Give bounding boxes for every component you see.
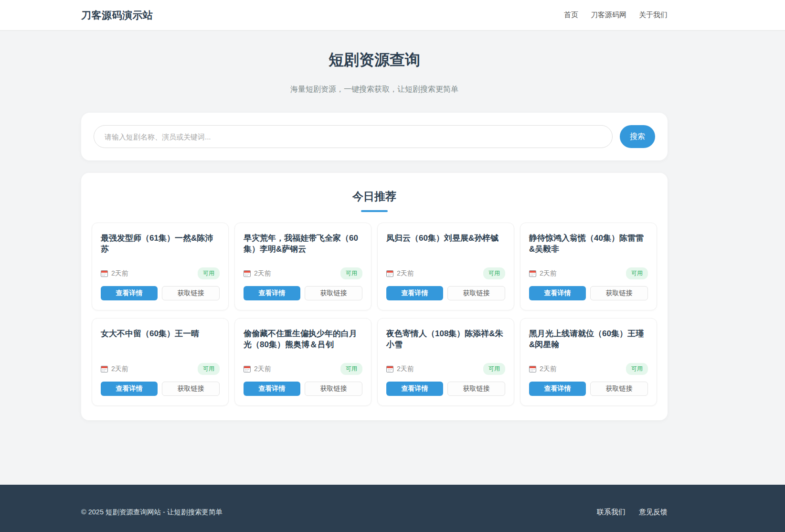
footer-link-feedback[interactable]: 意见反馈 xyxy=(639,508,668,517)
time-ago: 2天前 xyxy=(244,365,271,373)
status-badge: 可用 xyxy=(340,267,362,279)
drama-meta: 2天前 可用 xyxy=(244,354,362,375)
drama-card: 女大不中留（60集）王一晴 2天前 可用 查看详情 获取链接 xyxy=(92,318,229,406)
drama-title: 夜色寄情人（108集）陈添祥&朱小雪 xyxy=(386,328,505,350)
view-detail-button[interactable]: 查看详情 xyxy=(386,382,443,396)
drama-title: 旱灾荒年，我福娃带飞全家（60集）李明&萨钢云 xyxy=(244,233,362,255)
status-badge: 可用 xyxy=(198,363,220,375)
time-label: 2天前 xyxy=(540,269,557,278)
card-actions: 查看详情 获取链接 xyxy=(101,382,220,396)
drama-meta: 2天前 可用 xyxy=(529,354,648,375)
status-badge: 可用 xyxy=(198,267,220,279)
time-label: 2天前 xyxy=(397,365,414,373)
status-badge: 可用 xyxy=(626,363,648,375)
site-header: 刀客源码演示站 首页 刀客源码网 关于我们 xyxy=(0,0,785,31)
get-link-button[interactable]: 获取链接 xyxy=(305,286,362,300)
page-title: 短剧资源查询 xyxy=(81,50,668,71)
time-label: 2天前 xyxy=(111,365,128,373)
time-label: 2天前 xyxy=(254,269,271,278)
card-actions: 查看详情 获取链接 xyxy=(529,382,648,396)
drama-title: 最强发型师（61集）一然&陈沛苏 xyxy=(101,233,220,255)
calendar-icon xyxy=(386,365,393,372)
drama-meta: 2天前 可用 xyxy=(386,259,505,279)
nav-about[interactable]: 关于我们 xyxy=(639,11,668,20)
main-nav: 首页 刀客源码网 关于我们 xyxy=(564,11,668,20)
status-badge: 可用 xyxy=(483,363,505,375)
drama-card: 夜色寄情人（108集）陈添祥&朱小雪 2天前 可用 查看详情 获取链接 xyxy=(377,318,514,406)
drama-meta: 2天前 可用 xyxy=(101,259,220,279)
card-actions: 查看详情 获取链接 xyxy=(244,286,362,300)
calendar-icon xyxy=(529,270,536,277)
view-detail-button[interactable]: 查看详情 xyxy=(244,286,300,300)
status-badge: 可用 xyxy=(483,267,505,279)
time-label: 2天前 xyxy=(540,365,557,373)
view-detail-button[interactable]: 查看详情 xyxy=(529,286,586,300)
calendar-icon xyxy=(244,365,251,372)
copyright-text: © 2025 短剧资源查询网站 - 让短剧搜索更简单 xyxy=(81,508,223,517)
card-actions: 查看详情 获取链接 xyxy=(386,382,505,396)
drama-card: 旱灾荒年，我福娃带飞全家（60集）李明&萨钢云 2天前 可用 查看详情 获取链接 xyxy=(234,223,371,310)
get-link-button[interactable]: 获取链接 xyxy=(162,286,220,300)
heading-underline xyxy=(361,210,388,212)
time-ago: 2天前 xyxy=(529,365,557,373)
time-ago: 2天前 xyxy=(101,269,128,278)
card-actions: 查看详情 获取链接 xyxy=(244,382,362,396)
nav-home[interactable]: 首页 xyxy=(564,11,578,20)
get-link-button[interactable]: 获取链接 xyxy=(590,286,648,300)
nav-daoke-source[interactable]: 刀客源码网 xyxy=(591,11,626,20)
view-detail-button[interactable]: 查看详情 xyxy=(386,286,443,300)
site-footer: © 2025 短剧资源查询网站 - 让短剧搜索更简单 联系我们 意见反馈 xyxy=(0,485,785,532)
drama-title: 女大不中留（60集）王一晴 xyxy=(101,328,220,339)
calendar-icon xyxy=(529,365,536,372)
time-label: 2天前 xyxy=(111,269,128,278)
calendar-icon xyxy=(101,270,108,277)
get-link-button[interactable]: 获取链接 xyxy=(305,382,362,396)
get-link-button[interactable]: 获取链接 xyxy=(447,286,505,300)
status-badge: 可用 xyxy=(626,267,648,279)
card-actions: 查看详情 获取链接 xyxy=(101,286,220,300)
drama-title: 偷偷藏不住重生偏执少年的白月光（80集）熊奥博＆吕钊 xyxy=(244,328,362,350)
search-button[interactable]: 搜索 xyxy=(620,125,655,148)
footer-link-contact[interactable]: 联系我们 xyxy=(597,508,626,517)
drama-card: 最强发型师（61集）一然&陈沛苏 2天前 可用 查看详情 获取链接 xyxy=(92,223,229,310)
time-ago: 2天前 xyxy=(244,269,271,278)
card-actions: 查看详情 获取链接 xyxy=(529,286,648,300)
get-link-button[interactable]: 获取链接 xyxy=(590,382,648,396)
drama-title: 静待惊鸿入翁慌（40集）陈雷雷&吴毅非 xyxy=(529,233,648,255)
drama-meta: 2天前 可用 xyxy=(244,259,362,279)
drama-title: 黑月光上线请就位（60集）王瑾&闵星翰 xyxy=(529,328,648,350)
search-panel: 搜索 xyxy=(81,113,668,160)
recommend-heading: 今日推荐 xyxy=(92,189,657,204)
recommend-section: 今日推荐 最强发型师（61集）一然&陈沛苏 2天前 可用 查看详情 获取链接 旱… xyxy=(81,173,668,420)
get-link-button[interactable]: 获取链接 xyxy=(447,382,505,396)
drama-meta: 2天前 可用 xyxy=(386,354,505,375)
drama-title: 凤归云（60集）刘昱展&孙梓铖 xyxy=(386,233,505,244)
calendar-icon xyxy=(386,270,393,277)
drama-card: 静待惊鸿入翁慌（40集）陈雷雷&吴毅非 2天前 可用 查看详情 获取链接 xyxy=(520,223,657,310)
card-actions: 查看详情 获取链接 xyxy=(386,286,505,300)
time-ago: 2天前 xyxy=(386,269,414,278)
calendar-icon xyxy=(101,365,108,372)
view-detail-button[interactable]: 查看详情 xyxy=(529,382,586,396)
calendar-icon xyxy=(244,270,251,277)
time-label: 2天前 xyxy=(397,269,414,278)
time-ago: 2天前 xyxy=(101,365,128,373)
get-link-button[interactable]: 获取链接 xyxy=(162,382,220,396)
view-detail-button[interactable]: 查看详情 xyxy=(101,382,158,396)
drama-card: 凤归云（60集）刘昱展&孙梓铖 2天前 可用 查看详情 获取链接 xyxy=(377,223,514,310)
drama-meta: 2天前 可用 xyxy=(101,354,220,375)
drama-grid: 最强发型师（61集）一然&陈沛苏 2天前 可用 查看详情 获取链接 旱灾荒年，我… xyxy=(92,223,657,406)
drama-card: 偷偷藏不住重生偏执少年的白月光（80集）熊奥博＆吕钊 2天前 可用 查看详情 获… xyxy=(234,318,371,406)
drama-meta: 2天前 可用 xyxy=(529,259,648,279)
page-subtitle: 海量短剧资源，一键搜索获取，让短剧搜索更简单 xyxy=(81,85,668,95)
time-label: 2天前 xyxy=(254,365,271,373)
drama-card: 黑月光上线请就位（60集）王瑾&闵星翰 2天前 可用 查看详情 获取链接 xyxy=(520,318,657,406)
status-badge: 可用 xyxy=(340,363,362,375)
view-detail-button[interactable]: 查看详情 xyxy=(244,382,300,396)
search-input[interactable] xyxy=(94,125,613,148)
time-ago: 2天前 xyxy=(386,365,414,373)
view-detail-button[interactable]: 查看详情 xyxy=(101,286,158,300)
site-logo: 刀客源码演示站 xyxy=(81,9,153,22)
time-ago: 2天前 xyxy=(529,269,557,278)
footer-links: 联系我们 意见反馈 xyxy=(597,508,668,517)
